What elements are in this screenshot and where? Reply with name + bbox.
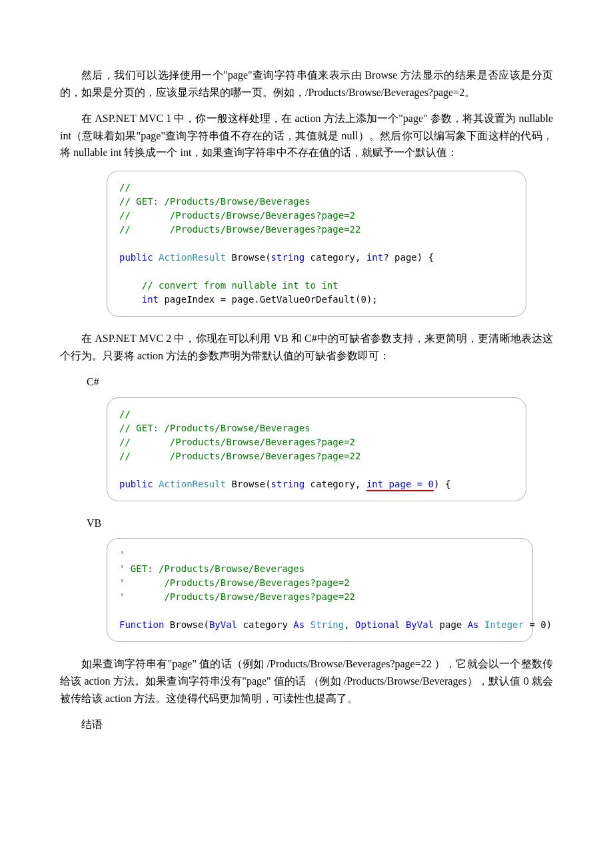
code-kw: As xyxy=(468,619,479,630)
code-kw: Function xyxy=(119,619,164,630)
paragraph-4: 如果查询字符串有"page" 值的话（例如 /Products/Browse/B… xyxy=(60,655,553,707)
code-text: ) { xyxy=(434,479,450,489)
code-kw: string xyxy=(271,252,305,263)
code-comment: // convert from nullable int to int xyxy=(119,280,338,291)
paragraph-3: 在 ASP.NET MVC 2 中，你现在可以利用 VB 和 C#中的可缺省参数… xyxy=(60,330,553,364)
code-text: Browse( xyxy=(164,619,209,630)
code-comment: ' GET: /Products/Browse/Beverages xyxy=(119,563,305,574)
label-vb: VB xyxy=(87,515,553,532)
code-type: String xyxy=(310,619,344,630)
code-kw: public xyxy=(119,479,153,489)
code-comment: // GET: /Products/Browse/Beverages xyxy=(119,196,310,207)
code-kw: As xyxy=(293,619,305,630)
code-type: Integer xyxy=(484,619,524,630)
code-kw: Optional xyxy=(355,619,400,630)
code-comment: // xyxy=(119,409,131,419)
code-kw: public xyxy=(119,252,153,263)
code-text: pageIndex = page.GetValueOrDefault(0); xyxy=(159,294,378,305)
label-csharp: C# xyxy=(87,373,553,391)
code-kw: ByVal xyxy=(406,619,434,630)
code-type: ActionResult xyxy=(159,479,226,489)
paragraph-5: 结语 xyxy=(60,716,553,733)
code-comment: ' /Products/Browse/Beverages?page=2 xyxy=(119,577,350,588)
code-block-2-container: // // GET: /Products/Browse/Beverages //… xyxy=(107,397,526,501)
code-text: = 0) xyxy=(524,619,552,630)
code-block-3: ' ' GET: /Products/Browse/Beverages ' /P… xyxy=(107,538,533,642)
code-text: category, xyxy=(305,479,366,489)
code-comment: ' /Products/Browse/Beverages?page=22 xyxy=(119,591,355,602)
paragraph-1: 然后，我们可以选择使用一个"page"查询字符串值来表示由 Browse 方法显… xyxy=(60,67,553,101)
paragraph-2: 在 ASP.NET MVC 1 中，你一般这样处理，在 action 方法上添加… xyxy=(60,110,553,161)
code-kw: int xyxy=(142,294,159,305)
code-kw: int xyxy=(366,252,383,263)
code-text: category, xyxy=(305,252,366,263)
code-block-2: // // GET: /Products/Browse/Beverages //… xyxy=(107,397,526,501)
code-type: ActionResult xyxy=(159,252,226,263)
code-block-1: // // GET: /Products/Browse/Beverages //… xyxy=(107,171,526,317)
code-comment: // /Products/Browse/Beverages?page=22 xyxy=(119,224,360,235)
code-text: , xyxy=(344,619,355,630)
code-text: Browse( xyxy=(226,479,271,489)
code-kw: string xyxy=(271,479,305,489)
code-comment: // GET: /Products/Browse/Beverages xyxy=(119,423,310,433)
code-comment: // /Products/Browse/Beverages?page=2 xyxy=(119,437,355,447)
code-comment: // xyxy=(119,182,131,193)
code-text: page xyxy=(434,619,468,630)
code-comment: // /Products/Browse/Beverages?page=22 xyxy=(119,451,360,461)
code-kw: ByVal xyxy=(209,619,237,630)
code-text: Browse( xyxy=(226,252,271,263)
code-block-1-container: // // GET: /Products/Browse/Beverages //… xyxy=(107,171,526,317)
code-text: ? page) { xyxy=(383,252,434,263)
code-text: category xyxy=(237,619,293,630)
code-comment: ' xyxy=(119,549,125,560)
code-comment: // /Products/Browse/Beverages?page=2 xyxy=(119,210,355,221)
code-underlined: int page = 0 xyxy=(366,479,434,491)
